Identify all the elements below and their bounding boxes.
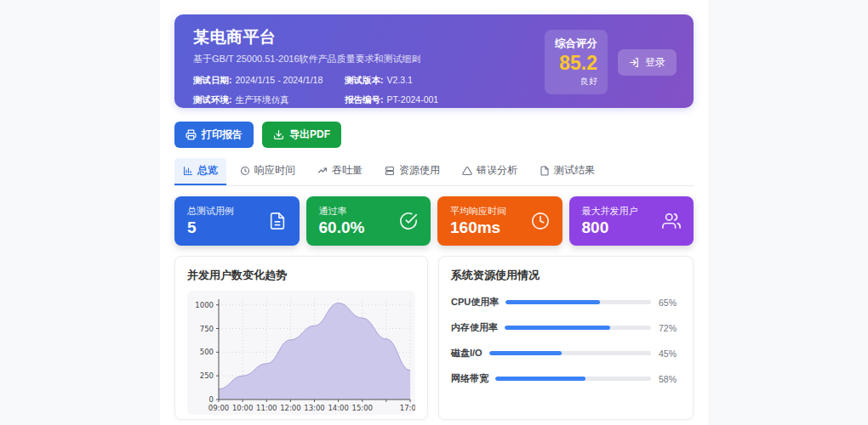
resource-row-cpu: CPU使用率 65%: [451, 296, 681, 309]
export-label: 导出PDF: [289, 128, 330, 142]
tab-overview[interactable]: 总览: [174, 158, 226, 185]
stat-card-pass-rate: 通过率 60.0%: [306, 196, 431, 246]
svg-text:1000: 1000: [195, 301, 214, 309]
stat-card-max-concurrent: 最大并发用户 800: [569, 196, 694, 246]
tab-resource-usage[interactable]: 资源使用: [376, 158, 448, 185]
toolbar: 打印报告 导出PDF: [174, 122, 694, 148]
progress-fill: [495, 377, 585, 381]
svg-text:09:00: 09:00: [208, 404, 230, 412]
content-column: 某电商平台 基于GB/T 25000.51-2016软件产品质量要求和测试细则 …: [160, 0, 708, 425]
svg-text:250: 250: [200, 371, 214, 380]
stat-card-avg-response: 平均响应时间 160ms: [437, 196, 562, 246]
score-label: 综合评分: [555, 37, 597, 51]
stat-cards-row: 总测试用例 5 通过率 60.0% 平均响应时间 160ms: [174, 196, 694, 246]
clock-icon: [531, 212, 550, 230]
users-icon: [662, 212, 681, 230]
resource-rows: CPU使用率 65% 内存使用率 72% 磁盘I/O 45% 网络带宽: [451, 296, 681, 385]
page-title: 某电商平台: [193, 26, 438, 48]
svg-text:17:00: 17:00: [400, 404, 415, 412]
tab-throughput[interactable]: 吞吐量: [309, 158, 371, 185]
trending-up-icon: [317, 166, 328, 176]
page-subtitle: 基于GB/T 25000.51-2016软件产品质量要求和测试细则: [193, 53, 438, 65]
score-value: 85.2: [555, 53, 597, 74]
meta-report-no: 报告编号:PT-2024-001: [345, 94, 438, 106]
meta-test-date: 测试日期:2024/1/15 - 2024/1/18: [193, 75, 345, 87]
meta-test-env: 测试环境:生产环境仿真: [193, 94, 345, 106]
download-icon: [273, 129, 284, 140]
login-label: 登录: [645, 55, 665, 70]
server-icon: [385, 166, 395, 176]
stat-card-total-cases: 总测试用例 5: [174, 196, 300, 246]
resource-row-network: 网络带宽 58%: [451, 372, 681, 385]
svg-text:15:00: 15:00: [352, 404, 374, 412]
resources-panel-title: 系统资源使用情况: [451, 268, 681, 283]
concurrent-users-area-chart: 0250500750100009:0010:0011:0012:0013:001…: [187, 291, 415, 415]
tab-bar: 总览 响应时间 吞吐量 资源使用 错误分析: [174, 158, 694, 186]
meta-test-version: 测试版本:V2.3.1: [345, 75, 438, 87]
score-grade: 良好: [555, 76, 597, 88]
tab-test-results[interactable]: 测试结果: [531, 158, 603, 185]
svg-text:500: 500: [200, 348, 214, 356]
tab-response-time[interactable]: 响应时间: [231, 158, 304, 185]
progress-track: [505, 300, 651, 304]
print-label: 打印报告: [202, 128, 243, 142]
system-resources-panel: 系统资源使用情况 CPU使用率 65% 内存使用率 72% 磁盘I/O 45%: [438, 256, 694, 420]
svg-text:14:00: 14:00: [328, 404, 349, 412]
progress-fill: [489, 351, 562, 355]
bar-chart-icon: [183, 166, 193, 176]
warning-triangle-icon: [462, 166, 472, 176]
progress-track: [495, 377, 651, 381]
resource-row-disk-io: 磁盘I/O 45%: [451, 347, 681, 360]
printer-icon: [186, 129, 197, 140]
report-header-card: 某电商平台 基于GB/T 25000.51-2016软件产品质量要求和测试细则 …: [174, 14, 694, 108]
svg-text:10:00: 10:00: [232, 404, 254, 412]
check-circle-icon: [399, 212, 418, 230]
login-icon: [629, 57, 640, 68]
resource-row-memory: 内存使用率 72%: [451, 321, 681, 334]
overall-score-box: 综合评分 85.2 良好: [545, 30, 608, 94]
svg-text:0: 0: [209, 395, 214, 404]
svg-text:13:00: 13:00: [304, 404, 325, 412]
chart-panel-title: 并发用户数变化趋势: [187, 268, 415, 283]
svg-text:11:00: 11:00: [256, 404, 277, 412]
clock-icon: [240, 166, 250, 176]
tab-error-analysis[interactable]: 错误分析: [454, 158, 526, 185]
progress-track: [505, 326, 651, 330]
svg-text:12:00: 12:00: [280, 404, 301, 412]
print-report-button[interactable]: 打印报告: [174, 122, 254, 148]
export-pdf-button[interactable]: 导出PDF: [262, 122, 341, 148]
report-meta: 测试日期:2024/1/15 - 2024/1/18 测试版本:V2.3.1 测…: [193, 75, 438, 106]
concurrent-users-chart-panel: 并发用户数变化趋势 0250500750100009:0010:0011:001…: [174, 256, 428, 420]
progress-track: [489, 351, 651, 355]
file-icon: [540, 166, 550, 176]
progress-fill: [505, 300, 600, 304]
progress-fill: [505, 326, 610, 330]
login-button[interactable]: 登录: [618, 49, 677, 76]
panels-row: 并发用户数变化趋势 0250500750100009:0010:0011:001…: [174, 256, 694, 420]
document-icon: [268, 212, 287, 230]
svg-text:750: 750: [200, 325, 214, 333]
